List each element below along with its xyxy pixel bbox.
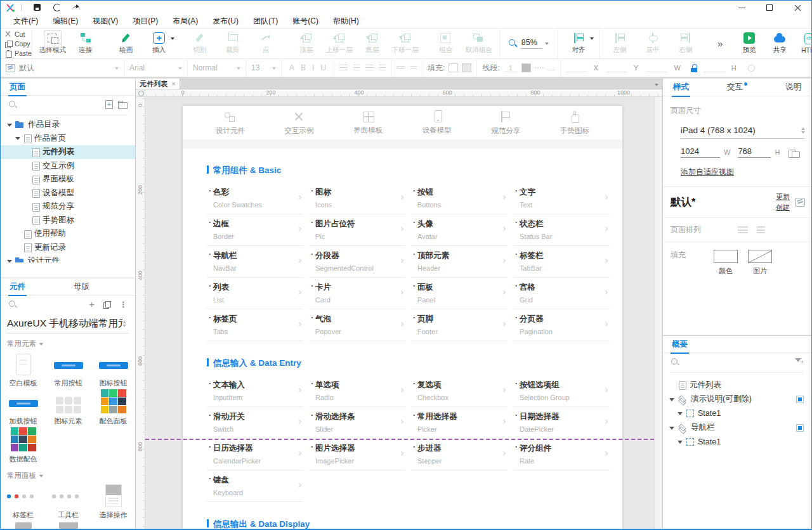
toolbar-button[interactable]: 连接: [69, 29, 102, 58]
more-tools-button[interactable]: »: [706, 29, 734, 58]
component-list-item[interactable]: 导航栏 NavBar: [207, 246, 303, 278]
menu-item[interactable]: 编辑(E): [46, 16, 86, 27]
component-list-item[interactable]: 复选项 Checkbox: [411, 375, 508, 407]
widget-item[interactable]: 空白模板: [1, 351, 46, 389]
text-style-button[interactable]: B: [298, 63, 308, 72]
toolbar-button[interactable]: 选择模式: [36, 29, 69, 58]
tab-pages[interactable]: 页面: [8, 79, 27, 96]
menu-item[interactable]: 帮助(H): [327, 16, 367, 27]
outline-tree-item[interactable]: 导航栏: [663, 421, 811, 436]
page-tree-item[interactable]: 使用帮助: [1, 227, 135, 241]
panel-marker-icon[interactable]: [796, 424, 804, 432]
line-style-icon[interactable]: [535, 67, 544, 68]
duplicate-icon[interactable]: [103, 301, 110, 308]
page-nav-item[interactable]: 设备模型: [422, 110, 452, 135]
page-width-field[interactable]: 1024: [681, 146, 720, 158]
edit-style-icon[interactable]: [795, 198, 805, 207]
close-button[interactable]: [783, 1, 811, 15]
component-list-item[interactable]: 页脚 Footer: [411, 309, 508, 341]
inspector-tab[interactable]: 交互: [726, 78, 749, 96]
arrange-left-icon[interactable]: [738, 226, 748, 233]
undo-icon[interactable]: [53, 4, 61, 11]
component-list-item[interactable]: 分页器 Pagination: [513, 309, 610, 341]
component-list-item[interactable]: 色彩 Color Swatches: [207, 183, 303, 214]
component-list-item[interactable]: 分段器 SegmentedControl: [309, 246, 405, 278]
page-nav-item[interactable]: 设计元件: [216, 110, 245, 136]
arrange-center-icon[interactable]: [757, 226, 765, 233]
library-selector[interactable]: AxureUX 手机移动端常用元件: [7, 314, 129, 333]
widget-item[interactable]: 配色面板: [91, 389, 135, 427]
y-field[interactable]: [606, 63, 627, 72]
expand-arrow-icon[interactable]: [669, 397, 674, 402]
menu-item[interactable]: 账号(C): [286, 16, 327, 27]
component-list-item[interactable]: 卡片 Card: [309, 278, 405, 309]
component-list-item[interactable]: 状态栏 Status Bar: [513, 214, 610, 246]
toolbar-button[interactable]: 下移一层: [389, 29, 422, 58]
component-list-item[interactable]: 面板 Panel: [411, 278, 508, 309]
canvas-tab[interactable]: 元件列表 ×: [136, 79, 180, 89]
outline-tree-item[interactable]: State1: [663, 435, 811, 449]
toolbar-button[interactable]: 取消组合: [462, 29, 495, 58]
page-nav-item[interactable]: 规范分享: [491, 110, 520, 136]
text-style-button[interactable]: I: [310, 63, 317, 72]
maximize-button[interactable]: [756, 1, 783, 15]
widget-item[interactable]: [46, 521, 91, 529]
widget-item[interactable]: 加载按钮: [1, 389, 46, 427]
page-size-preset-select[interactable]: iPad 4 (768 x 1024): [681, 122, 805, 139]
canvas-scrollbar[interactable]: [654, 97, 662, 529]
widget-item[interactable]: 图标按钮: [91, 351, 135, 389]
page-tree-item[interactable]: 设计元件: [1, 254, 135, 262]
component-list-item[interactable]: 评分组件 Rate: [513, 439, 610, 470]
component-list-item[interactable]: 键盘 Keyboard: [207, 470, 303, 502]
align-center-icon[interactable]: [353, 65, 360, 71]
expand-arrow-icon[interactable]: [7, 259, 12, 262]
component-list-item[interactable]: 顶部元素 Header: [411, 246, 508, 278]
widgets-panel-tab[interactable]: 母版: [72, 278, 91, 295]
create-style-link[interactable]: 创建: [776, 203, 790, 212]
text-style-button[interactable]: U: [318, 63, 329, 72]
line-spacing-icon[interactable]: [396, 66, 405, 70]
page-nav-item[interactable]: 交互示例: [285, 110, 314, 136]
tab-close-icon[interactable]: ×: [171, 80, 175, 87]
component-list-item[interactable]: 宫格 Grid: [513, 278, 610, 309]
paragraph-spacing-icon[interactable]: [410, 66, 417, 70]
toolbar-button[interactable]: 组合: [429, 29, 462, 58]
zoom-control[interactable]: 85%: [499, 29, 558, 58]
widget-item[interactable]: 工具栏: [46, 483, 91, 521]
h-field[interactable]: [704, 63, 725, 72]
add-folder-icon[interactable]: [118, 102, 128, 109]
fill-shade-swatch[interactable]: [462, 63, 471, 72]
font-weight-select[interactable]: Normal: [193, 63, 218, 72]
component-list-item[interactable]: 标签页 Tabs: [207, 309, 303, 341]
align-side-button[interactable]: 居中: [636, 29, 669, 58]
widget-section-header[interactable]: 常用面板: [1, 465, 135, 483]
publish-button[interactable]: 共享: [764, 29, 795, 58]
menu-item[interactable]: 布局(A): [166, 16, 206, 27]
page-tree-item[interactable]: 作品首页: [1, 132, 135, 146]
page-tree-item[interactable]: 交互示例: [1, 159, 135, 173]
page-tree-item[interactable]: 设备模型: [1, 186, 135, 200]
align-side-button[interactable]: 右侧: [669, 29, 702, 58]
component-list-item[interactable]: 标签栏 TabBar: [513, 246, 610, 278]
component-list-item[interactable]: 常用选择器 Picker: [411, 407, 508, 439]
more-options-icon[interactable]: ⋮: [119, 300, 128, 309]
component-list-item[interactable]: 列表 List: [207, 278, 303, 309]
expand-arrow-icon[interactable]: [678, 411, 683, 416]
minimize-button[interactable]: [728, 1, 756, 15]
adaptive-views-link[interactable]: 添加自适应视图: [681, 167, 734, 178]
x-field[interactable]: [566, 63, 587, 72]
widget-item[interactable]: 选择操作: [91, 483, 135, 521]
publish-button[interactable]: HTML: [795, 29, 812, 58]
page-tree-item[interactable]: 元件列表: [1, 145, 135, 159]
rotate-page-icon[interactable]: [789, 148, 799, 157]
toolbar-button[interactable]: 底层: [356, 29, 389, 58]
component-list-item[interactable]: 日历选择器 CalendarPicker: [207, 439, 303, 470]
lock-ratio-icon[interactable]: [691, 64, 697, 72]
tab-outline[interactable]: 概要: [671, 336, 689, 353]
component-list-item[interactable]: 图标 Icons: [309, 183, 405, 214]
clipboard-button[interactable]: Copy: [5, 39, 32, 48]
widget-item[interactable]: 标签栏: [1, 483, 46, 521]
page-tree-item[interactable]: 规范分享: [1, 200, 135, 214]
page-tree-item[interactable]: 更新记录: [1, 241, 135, 255]
page-tree-item[interactable]: 手势图标: [1, 214, 135, 228]
